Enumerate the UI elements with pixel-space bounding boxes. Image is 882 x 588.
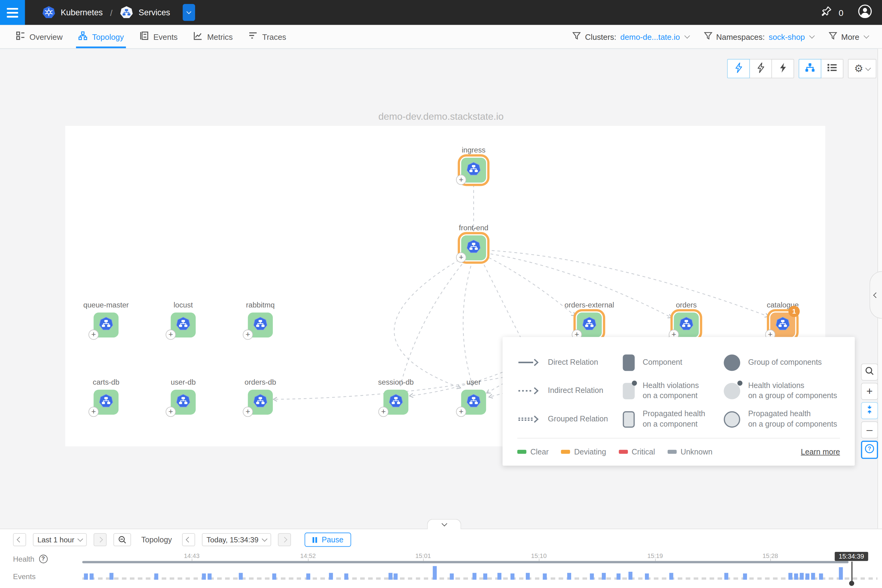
save-view-as-button[interactable]: Save view as... bbox=[183, 4, 195, 21]
current-time-dot[interactable] bbox=[849, 581, 854, 586]
event-bar[interactable] bbox=[110, 573, 113, 580]
fit-to-screen-button[interactable] bbox=[861, 402, 878, 419]
event-bar[interactable] bbox=[543, 573, 547, 579]
event-bar[interactable] bbox=[567, 573, 571, 580]
tab-events[interactable]: Events bbox=[132, 25, 186, 48]
node-label: user-db bbox=[171, 378, 196, 386]
breadcrumb-app[interactable]: Kubernetes bbox=[61, 8, 103, 17]
event-bar[interactable] bbox=[433, 566, 437, 579]
pause-button[interactable]: Pause bbox=[304, 532, 351, 547]
event-bar[interactable] bbox=[388, 573, 393, 580]
expand-node-button[interactable]: + bbox=[456, 407, 466, 417]
pin-count: 0 bbox=[839, 8, 843, 17]
expand-right-panel-button[interactable] bbox=[870, 271, 882, 319]
event-bar[interactable] bbox=[84, 573, 88, 579]
tab-traces[interactable]: Traces bbox=[241, 25, 294, 48]
expand-node-button[interactable]: + bbox=[166, 407, 176, 417]
event-bar[interactable] bbox=[329, 573, 333, 580]
learn-more-link[interactable]: Learn more bbox=[801, 447, 840, 456]
hamburger-menu-button[interactable] bbox=[0, 0, 25, 25]
expand-node-button[interactable]: + bbox=[88, 330, 99, 340]
kubernetes-service-icon bbox=[466, 393, 481, 411]
event-bar[interactable] bbox=[393, 573, 398, 579]
time-forward-button[interactable] bbox=[278, 533, 291, 546]
bolt-filled-button[interactable] bbox=[771, 59, 794, 78]
current-time-badge[interactable]: 15:34:39 bbox=[835, 552, 868, 561]
event-bar[interactable] bbox=[483, 573, 487, 579]
time-select[interactable]: Today, 15:34:39 bbox=[202, 533, 271, 546]
event-bar[interactable] bbox=[628, 572, 632, 580]
event-bar[interactable] bbox=[590, 573, 594, 579]
event-bar[interactable] bbox=[819, 573, 823, 579]
node-label: queue-master bbox=[83, 301, 129, 309]
user-avatar[interactable] bbox=[857, 3, 873, 21]
event-bar[interactable] bbox=[811, 573, 815, 580]
clusters-filter-value[interactable]: demo-de...tate.io bbox=[620, 32, 680, 41]
clusters-filter-label: Clusters: bbox=[585, 32, 616, 41]
event-bar[interactable] bbox=[272, 573, 276, 579]
event-bar[interactable] bbox=[239, 573, 243, 580]
event-bar[interactable] bbox=[724, 573, 728, 580]
help-button[interactable]: ? bbox=[861, 441, 878, 459]
namespaces-filter[interactable]: Namespaces: sock-shop bbox=[704, 32, 814, 42]
event-bar[interactable] bbox=[616, 573, 621, 579]
bolt-outline-button[interactable] bbox=[727, 59, 750, 78]
event-bar[interactable] bbox=[806, 573, 809, 579]
collapse-timeline-button[interactable] bbox=[427, 519, 461, 529]
fit-to-screen-icon bbox=[865, 405, 874, 417]
bolt-outline-dark-button[interactable] bbox=[749, 59, 772, 78]
help-icon[interactable]: ? bbox=[39, 555, 48, 563]
zoom-out-button[interactable]: – bbox=[861, 422, 878, 438]
event-bar[interactable] bbox=[788, 573, 792, 580]
event-bar[interactable] bbox=[344, 573, 348, 579]
event-bar[interactable] bbox=[497, 573, 501, 580]
more-filters[interactable]: More bbox=[829, 32, 868, 42]
event-bar[interactable] bbox=[208, 573, 212, 579]
expand-node-button[interactable]: + bbox=[456, 252, 466, 262]
event-bar[interactable] bbox=[800, 573, 804, 580]
expand-node-button[interactable]: + bbox=[378, 407, 388, 417]
pin-icon[interactable] bbox=[820, 5, 833, 20]
range-back-button[interactable] bbox=[13, 533, 26, 546]
breadcrumb: Kubernetes / Services bbox=[42, 6, 170, 19]
save-view-caret[interactable] bbox=[183, 4, 195, 21]
expand-node-button[interactable]: + bbox=[88, 407, 99, 417]
event-bar[interactable] bbox=[472, 573, 477, 580]
clusters-filter[interactable]: Clusters: demo-de...tate.io bbox=[572, 32, 689, 42]
health-timeline-bar[interactable] bbox=[82, 561, 849, 563]
settings-gear-button[interactable]: ⚙ bbox=[848, 59, 876, 78]
zoom-in-button[interactable]: + bbox=[861, 383, 878, 400]
expand-node-button[interactable]: + bbox=[243, 330, 253, 340]
topology-view-button[interactable] bbox=[799, 59, 821, 78]
event-bar[interactable] bbox=[743, 573, 747, 579]
event-bar[interactable] bbox=[202, 573, 206, 579]
namespaces-filter-value[interactable]: sock-shop bbox=[769, 32, 805, 41]
tab-topology[interactable]: Topology bbox=[70, 25, 132, 48]
violation-count-badge[interactable]: 1 bbox=[788, 306, 800, 317]
event-bar[interactable] bbox=[450, 573, 454, 579]
event-bar[interactable] bbox=[510, 573, 514, 579]
event-bar[interactable] bbox=[645, 573, 649, 579]
event-bar[interactable] bbox=[154, 573, 158, 579]
search-button[interactable] bbox=[861, 363, 878, 381]
breadcrumb-view[interactable]: Services bbox=[139, 8, 170, 17]
expand-node-button[interactable]: + bbox=[243, 407, 253, 417]
event-bar[interactable] bbox=[526, 573, 530, 580]
tab-metrics[interactable]: Metrics bbox=[186, 25, 241, 48]
event-bar[interactable] bbox=[839, 567, 843, 580]
timeline-zoom-out-button[interactable] bbox=[114, 533, 131, 546]
expand-node-button[interactable]: + bbox=[166, 330, 176, 340]
event-bar[interactable] bbox=[602, 573, 606, 580]
expand-node-button[interactable]: + bbox=[456, 175, 466, 184]
event-bar[interactable] bbox=[90, 573, 94, 579]
event-bar[interactable] bbox=[306, 573, 310, 579]
range-select[interactable]: Last 1 hour bbox=[33, 533, 87, 546]
legend-health-violations-group: Health violations on a group of componen… bbox=[724, 381, 840, 401]
event-bar[interactable] bbox=[794, 573, 798, 579]
list-view-button[interactable] bbox=[821, 59, 843, 78]
event-bar[interactable] bbox=[669, 573, 673, 580]
time-back-button[interactable] bbox=[182, 533, 195, 546]
view-tabs: Overview Topology bbox=[8, 25, 294, 48]
range-forward-button[interactable] bbox=[94, 533, 107, 546]
tab-overview[interactable]: Overview bbox=[8, 25, 70, 48]
